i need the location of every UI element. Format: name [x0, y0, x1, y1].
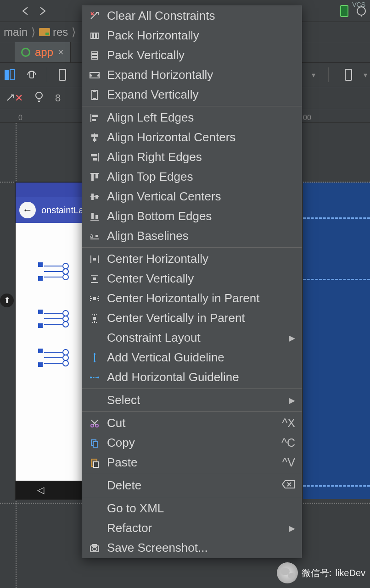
menu-align-horizontal-centers[interactable]: Align Horizontal Centers	[82, 128, 302, 147]
vcs-label[interactable]: VCS	[352, 1, 365, 8]
menu-align-left-edges[interactable]: Align Left Edges	[82, 108, 302, 128]
menu-constraint-layout[interactable]: Constraint Layout ▶	[82, 328, 302, 348]
svg-rect-38	[95, 235, 98, 237]
menu-copy[interactable]: Copy ^C	[82, 433, 302, 453]
align-bottom-icon	[89, 211, 101, 222]
blank-icon	[89, 522, 101, 534]
menu-label: Center Horizontally	[107, 252, 295, 266]
toolbar-unknown-icon[interactable]	[4, 6, 15, 17]
svg-rect-19	[92, 115, 98, 117]
ruler-right: 00	[303, 114, 311, 122]
menu-expand-horizontally[interactable]: Expand Horizontally	[82, 65, 302, 85]
menu-label: Clear All Constraints	[107, 9, 295, 23]
menu-cut[interactable]: Cut ^X	[82, 413, 302, 433]
menu-refactor[interactable]: Refactor ▶	[82, 518, 302, 538]
design-surface-toggle-icon[interactable]	[3, 68, 17, 82]
menu-label: Align Right Edges	[107, 150, 295, 164]
svg-point-60	[93, 547, 96, 551]
lightbulb-icon[interactable]	[34, 91, 44, 105]
back-arrow-icon[interactable]	[20, 6, 31, 17]
menu-label: Go to XML	[107, 501, 295, 516]
svg-rect-25	[91, 154, 97, 156]
svg-rect-28	[91, 174, 94, 181]
menu-label: Align Baselines	[107, 229, 295, 243]
wechat-icon	[277, 562, 298, 583]
menu-label: Select	[107, 393, 282, 407]
device-select-icon[interactable]	[56, 68, 69, 82]
selected-view-1[interactable]	[39, 263, 65, 280]
menu-label: Add Vertical Guideline	[107, 350, 295, 365]
tab-app[interactable]: app ×	[15, 42, 71, 62]
expand-vertical-icon	[89, 89, 101, 101]
wechat-prefix: 微信号:	[302, 567, 332, 579]
clear-constraints-icon	[89, 10, 101, 22]
context-menu: Clear All Constraints Pack Horizontally …	[82, 6, 302, 558]
menu-clear-constraints[interactable]: Clear All Constraints	[82, 6, 302, 26]
selected-view-2[interactable]	[39, 310, 65, 327]
align-top-icon	[89, 171, 101, 183]
menu-label: Center Horizontally in Parent	[107, 291, 295, 305]
menu-align-right-edges[interactable]: Align Right Edges	[82, 147, 302, 167]
device-icon[interactable]	[339, 6, 350, 17]
menu-add-vertical-guideline[interactable]: Add Vertical Guideline	[82, 348, 302, 367]
menu-align-baselines[interactable]: a Align Baselines	[82, 226, 302, 246]
svg-rect-10	[91, 33, 93, 39]
menu-align-bottom-edges[interactable]: Align Bottom Edges	[82, 206, 302, 226]
close-icon[interactable]: ×	[58, 46, 64, 58]
menu-pack-vertically[interactable]: Pack Vertically	[82, 45, 302, 65]
align-baseline-icon: a	[89, 230, 101, 242]
chevron-right-icon: ⟩	[31, 26, 35, 39]
menu-align-top-edges[interactable]: Align Top Edges	[82, 167, 302, 187]
breadcrumb-main[interactable]: main	[4, 26, 28, 39]
align-vcenter-icon	[89, 191, 101, 203]
menu-select[interactable]: Select ▶	[82, 390, 302, 410]
orientation-icon[interactable]	[25, 68, 39, 82]
menu-center-horizontally-parent[interactable]: Center Horizontally in Parent	[82, 288, 302, 308]
center-vertical-icon	[89, 273, 101, 285]
menu-label: Add Horizontal Guideline	[107, 370, 295, 384]
selected-view-3[interactable]	[39, 349, 65, 366]
menu-label: Expand Horizontally	[107, 68, 295, 82]
svg-rect-5	[59, 69, 66, 80]
svg-rect-2	[5, 70, 9, 80]
menu-expand-vertically[interactable]: Expand Vertically	[82, 85, 302, 105]
menu-center-vertically-parent[interactable]: Center Vertically in Parent	[82, 308, 302, 328]
margin-value[interactable]: 8	[55, 92, 61, 104]
forward-arrow-icon[interactable]	[37, 6, 48, 17]
chevron-right-icon: ⟩	[72, 26, 76, 39]
menu-paste[interactable]: Paste ^V	[82, 453, 302, 472]
svg-rect-11	[94, 33, 95, 39]
back-button-icon[interactable]: ←	[19, 202, 36, 218]
svg-rect-13	[92, 52, 97, 54]
blueprint-surface[interactable]	[303, 183, 370, 499]
nav-back-icon[interactable]: ◁	[37, 484, 44, 495]
menu-align-vertical-centers[interactable]: Align Vertical Centers	[82, 187, 302, 206]
menu-label: Align Vertical Centers	[107, 189, 295, 204]
camera-icon	[89, 542, 101, 554]
menu-save-screenshot[interactable]: Save Screenshot...	[82, 538, 302, 558]
center-horizontal-parent-icon	[89, 293, 101, 305]
menu-label: Paste	[107, 455, 276, 470]
up-arrow-icon[interactable]: ⬆	[0, 294, 14, 307]
wechat-watermark: 微信号: likeDev	[277, 562, 365, 583]
menu-separator	[82, 388, 302, 389]
device-right-icon[interactable]	[342, 68, 355, 82]
svg-point-52	[97, 377, 99, 378]
menu-label: Align Top Edges	[107, 170, 295, 184]
menu-go-to-xml[interactable]: Go to XML	[82, 499, 302, 518]
menu-pack-horizontally[interactable]: Pack Horizontally	[82, 26, 302, 45]
menu-label: Expand Vertically	[107, 88, 295, 102]
menu-shortcut: ^C	[281, 436, 295, 449]
svg-rect-22	[91, 134, 98, 137]
menu-label: Center Vertically in Parent	[107, 311, 295, 325]
menu-delete[interactable]: Delete	[82, 476, 302, 495]
blueprint-guide	[303, 279, 370, 280]
menu-center-vertically[interactable]: Center Vertically	[82, 269, 302, 288]
clear-constraints-icon[interactable]: ✕	[6, 92, 23, 104]
menu-center-horizontally[interactable]: Center Horizontally	[82, 249, 302, 269]
svg-rect-20	[92, 119, 96, 121]
breadcrumb-res[interactable]: res	[53, 26, 68, 39]
menu-add-horizontal-guideline[interactable]: Add Horizontal Guideline	[82, 367, 302, 387]
wechat-handle: likeDev	[335, 568, 365, 578]
menu-label: Pack Horizontally	[107, 28, 295, 43]
